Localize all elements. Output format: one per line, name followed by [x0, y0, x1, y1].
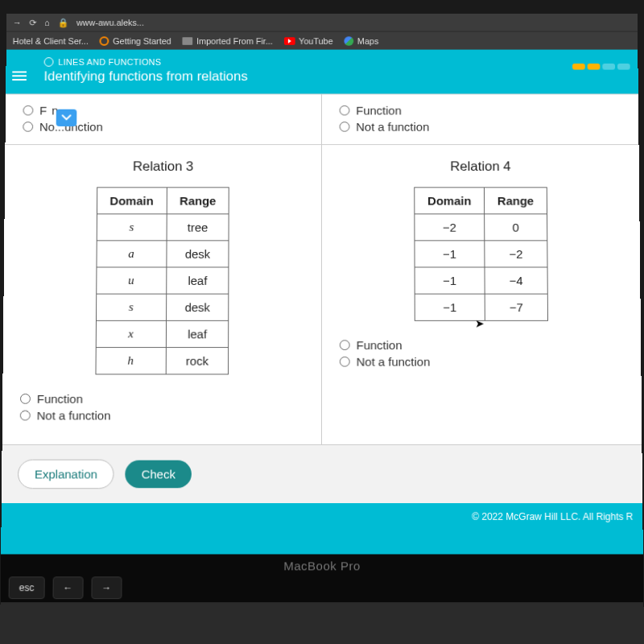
chevron-down-icon[interactable]: [56, 109, 77, 126]
key-left-arrow-icon: ←: [52, 576, 83, 599]
option-row[interactable]: Function: [340, 104, 621, 117]
table-row: −1−4: [415, 267, 547, 294]
relation-cell-top-right: Function Not a function: [322, 94, 639, 145]
relation-cell-top-left: F n No...unction: [5, 94, 322, 145]
col-header: Range: [167, 188, 229, 214]
bookmarks-bar: Hotel & Client Ser... Getting Started Im…: [6, 31, 638, 50]
bookmark-item[interactable]: Maps: [344, 36, 378, 46]
url-fragment[interactable]: www-awu.aleks...: [76, 18, 144, 27]
option-label: Not a function: [356, 120, 429, 133]
section-kicker: LINES AND FUNCTIONS: [44, 57, 627, 67]
col-header: Domain: [415, 188, 485, 214]
bookmark-item[interactable]: Imported From Fir...: [182, 36, 272, 46]
bookmark-label: Hotel & Client Ser...: [13, 36, 89, 46]
maps-icon: [344, 36, 353, 46]
key-esc: esc: [9, 576, 45, 599]
action-footer: Explanation Check: [2, 445, 642, 503]
getting-started-icon: [99, 36, 109, 46]
page-title: Identifying functions from relations: [43, 69, 627, 85]
relation-3-table: Domain Range stree adesk uleaf sdesk xle…: [95, 187, 229, 374]
relation-title: Relation 4: [340, 159, 622, 175]
bookmark-label: Imported From Fir...: [196, 36, 273, 46]
option-row[interactable]: Not a function: [20, 409, 303, 423]
app-header: LINES AND FUNCTIONS Identifying function…: [6, 50, 638, 94]
radio-icon[interactable]: [23, 122, 33, 132]
laptop-base: MacBook Pro esc ← →: [1, 554, 644, 602]
bookmark-item[interactable]: Getting Started: [99, 36, 171, 46]
radio-icon[interactable]: [23, 105, 34, 116]
cursor-icon: ➤: [475, 317, 485, 330]
youtube-icon: [284, 37, 295, 45]
reload-icon[interactable]: ⟳: [29, 18, 36, 27]
bookmark-item[interactable]: YouTube: [284, 36, 333, 46]
option-label: Not a function: [37, 409, 111, 423]
option-label: Function: [357, 338, 402, 352]
bookmark-label: YouTube: [299, 36, 332, 46]
relation-4-cell: Relation 4 Domain Range −20 −1−2 −1−4 −1…: [322, 145, 642, 445]
key-right-arrow-icon: →: [91, 576, 122, 599]
radio-icon[interactable]: [20, 411, 31, 421]
table-row: uleaf: [96, 267, 229, 294]
option-label: Function: [37, 392, 83, 406]
folder-icon: [182, 37, 192, 45]
table-row: −20: [415, 214, 547, 241]
radio-icon[interactable]: [340, 122, 350, 132]
lock-icon: 🔒: [57, 18, 68, 27]
option-row[interactable]: Function: [20, 392, 303, 406]
home-icon[interactable]: ⌂: [44, 18, 50, 27]
check-button[interactable]: Check: [126, 460, 192, 489]
option-row[interactable]: Not a function: [340, 355, 624, 369]
radio-icon[interactable]: [340, 357, 350, 367]
option-row[interactable]: No...unction: [23, 120, 303, 133]
radio-icon[interactable]: [20, 394, 31, 404]
option-row[interactable]: Not a function: [340, 120, 621, 133]
laptop-brand: MacBook Pro: [283, 559, 360, 572]
option-label: Function: [356, 104, 402, 117]
forward-icon[interactable]: →: [13, 18, 22, 27]
table-row: hrock: [96, 348, 229, 374]
option-row[interactable]: Function: [340, 338, 624, 352]
relation-3-cell: Relation 3 Domain Range stree adesk ulea…: [2, 145, 322, 445]
col-header: Range: [485, 188, 547, 214]
copyright: © 2022 McGraw Hill LLC. All Rights R: [1, 503, 643, 554]
relation-4-table: Domain Range −20 −1−2 −1−4 −1−7: [414, 187, 548, 320]
browser-toolbar: → ⟳ ⌂ 🔒 www-awu.aleks...: [6, 14, 638, 31]
table-row: −1−2: [415, 241, 547, 267]
bookmark-item[interactable]: Hotel & Client Ser...: [13, 36, 89, 46]
relation-title: Relation 3: [23, 159, 304, 175]
col-header: Domain: [97, 188, 167, 214]
bookmark-label: Getting Started: [113, 36, 171, 46]
option-label: Not a function: [357, 355, 431, 369]
table-row: xleaf: [96, 320, 229, 347]
radio-icon[interactable]: [340, 105, 350, 116]
radio-icon[interactable]: [340, 340, 350, 350]
hamburger-icon[interactable]: [12, 72, 27, 81]
progress-indicator: [572, 64, 630, 70]
bookmark-label: Maps: [357, 36, 378, 46]
table-row: sdesk: [96, 294, 229, 320]
explanation-button[interactable]: Explanation: [18, 460, 114, 489]
table-row: adesk: [97, 241, 229, 267]
table-row: stree: [97, 214, 229, 241]
